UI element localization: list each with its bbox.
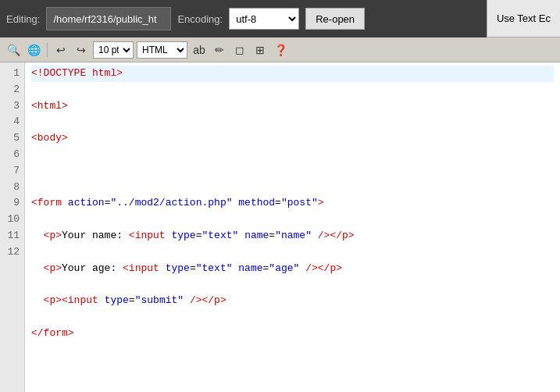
code-line-3: <body> — [31, 130, 554, 147]
undo-icon[interactable]: ↩ — [52, 41, 70, 59]
second-toolbar: 🔍 🌐 ↩ ↪ 8 pt 9 pt 10 pt 11 pt 12 pt 14 p… — [0, 37, 560, 62]
reopen-button[interactable]: Re-open — [305, 8, 365, 30]
code-line-8: <p><input type="submit" /></p> — [31, 293, 554, 309]
code-line-10 — [31, 358, 554, 374]
globe-icon[interactable]: 🌐 — [25, 41, 42, 59]
top-toolbar: Editing: /home/rf2316/public_ht Encoding… — [0, 0, 560, 37]
code-line-7: <p>Your age: <input type="text" name="ag… — [31, 261, 554, 277]
language-select[interactable]: HTML CSS JavaScript PHP Python Text — [137, 41, 187, 59]
font-size-select[interactable]: 8 pt 9 pt 10 pt 11 pt 12 pt 14 pt — [93, 41, 134, 59]
code-line-5: <form action="../mod2/action.php" method… — [31, 195, 554, 212]
filepath-display: /home/rf2316/public_ht — [46, 7, 171, 30]
grid-icon[interactable]: ⊞ — [251, 41, 269, 59]
eraser-icon[interactable]: ◻ — [231, 41, 248, 59]
editor-area[interactable]: 1 2 3 4 5 6 7 8 9 10 11 12 <!DOCTYPE htm… — [0, 62, 560, 392]
code-line-2: <html> — [31, 98, 554, 115]
encoding-label: Encoding: — [177, 13, 223, 25]
separator-1 — [47, 43, 48, 57]
use-text-button[interactable]: Use Text Ec — [487, 0, 560, 37]
line-numbers: 1 2 3 4 5 6 7 8 9 10 11 12 — [0, 62, 25, 392]
pencil-icon[interactable]: ✏ — [211, 41, 228, 59]
ab-icon[interactable]: ab — [191, 41, 208, 59]
help-icon[interactable]: ❓ — [272, 41, 289, 59]
editing-label: Editing: — [6, 13, 40, 25]
redo-icon[interactable]: ↪ — [73, 41, 90, 59]
code-line-9: </form> — [31, 326, 554, 342]
search-icon[interactable]: 🔍 — [5, 41, 22, 59]
code-line-1: <!DOCTYPE html> — [31, 66, 554, 82]
encoding-select[interactable]: utf-8 latin-1 utf-16 ascii — [229, 8, 299, 30]
code-line-4 — [31, 163, 554, 180]
code-line-6: <p>Your name: <input type="text" name="n… — [31, 228, 554, 244]
code-editor[interactable]: <!DOCTYPE html> <html> <body> <form acti… — [25, 62, 560, 392]
